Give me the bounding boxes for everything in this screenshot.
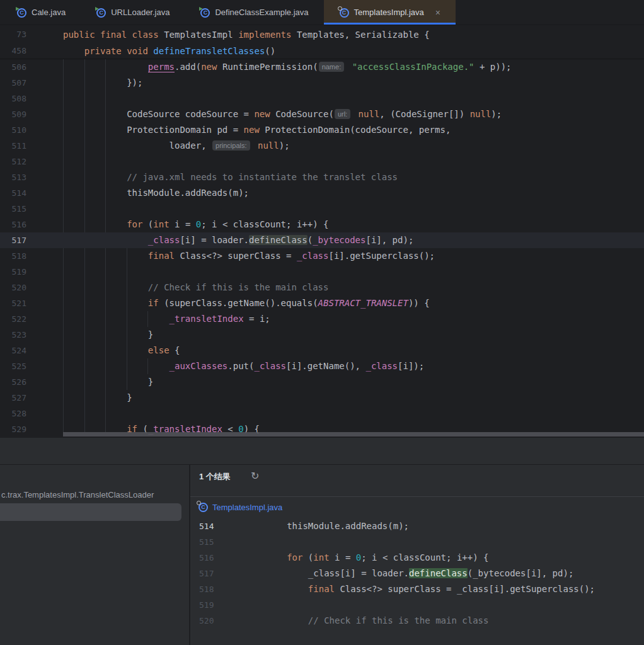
code-line[interactable]: 527 } xyxy=(0,390,644,406)
code-line[interactable]: 522 _transletIndex = i; xyxy=(0,311,644,327)
code-line[interactable]: 525 _auxClasses.put(_class[i].getName(),… xyxy=(0,358,644,374)
line-number[interactable]: 523 xyxy=(0,327,35,343)
line-number[interactable]: 517 xyxy=(190,566,223,581)
line-number[interactable]: 509 xyxy=(0,106,35,122)
close-tab-icon[interactable]: × xyxy=(435,8,440,17)
code-line[interactable]: 509 CodeSource codeSource = new CodeSour… xyxy=(0,106,644,122)
code-text: } xyxy=(35,327,153,343)
tab-label: URLLoader.java xyxy=(111,8,170,17)
line-number[interactable]: 527 xyxy=(0,390,35,406)
code-line[interactable]: 521 if (superClass.getName().equals(ABST… xyxy=(0,295,644,311)
line-number[interactable]: 508 xyxy=(0,91,35,106)
line-number[interactable]: 515 xyxy=(0,201,35,217)
tab-label: DefineClassExample.java xyxy=(215,8,308,17)
code-line[interactable]: 520 // Check if this is the main class xyxy=(0,280,644,295)
code-text: } xyxy=(35,390,132,406)
line-number[interactable]: 515 xyxy=(190,534,223,550)
line-number[interactable]: 516 xyxy=(0,217,35,232)
code-line[interactable]: 506 perms.add(new RuntimePermission(name… xyxy=(0,59,644,75)
line-number[interactable]: 520 xyxy=(0,280,35,295)
code-line[interactable]: 528 xyxy=(0,406,644,421)
line-number[interactable]: 514 xyxy=(0,185,35,201)
java-class-icon: C xyxy=(200,8,210,18)
code-text: _class[i] = loader.defineClass(_bytecode… xyxy=(223,566,573,581)
code-line[interactable]: 517 _class[i] = loader.defineClass(_byte… xyxy=(190,566,644,581)
line-number[interactable]: 524 xyxy=(0,343,35,358)
code-editor[interactable]: 506 perms.add(new RuntimePermission(name… xyxy=(0,59,644,438)
sticky-lines-panel: 73public final class TemplatesImpl imple… xyxy=(0,25,644,59)
editor-tab[interactable]: CTemplatesImpl.java× xyxy=(324,0,456,25)
header-divider xyxy=(190,496,644,497)
editor-tab[interactable]: CURLLoader.java xyxy=(81,0,185,25)
code-line[interactable]: 515 xyxy=(0,201,644,217)
code-text: public final class TemplatesImpl impleme… xyxy=(35,26,430,43)
usage-group-label[interactable]: c.trax.TemplatesImpl.TransletClassLoader xyxy=(1,490,154,499)
code-text: CodeSource codeSource = new CodeSource(u… xyxy=(35,106,502,122)
line-number[interactable]: 529 xyxy=(0,421,35,437)
code-line[interactable]: 523 } xyxy=(0,327,644,343)
line-number[interactable]: 526 xyxy=(0,374,35,390)
line-number[interactable]: 506 xyxy=(0,59,35,75)
code-text: for (int i = 0; i < classCount; i++) { xyxy=(35,217,328,232)
java-class-icon: C xyxy=(16,8,26,18)
code-line[interactable]: 520 // Check if this is the main class xyxy=(190,613,644,629)
code-text: } xyxy=(35,374,153,390)
result-file-name[interactable]: TemplatesImpl.java xyxy=(212,503,282,512)
line-number[interactable]: 520 xyxy=(190,613,223,629)
line-number[interactable]: 517 xyxy=(0,232,35,248)
panel-top-border xyxy=(0,464,644,465)
code-line[interactable]: 515 xyxy=(190,534,644,550)
line-number[interactable]: 73 xyxy=(0,26,35,43)
line-number[interactable]: 507 xyxy=(0,75,35,91)
line-number[interactable]: 528 xyxy=(0,406,35,421)
code-line[interactable]: 513 // java.xml needs to instantiate the… xyxy=(0,169,644,185)
editor-tab[interactable]: CCale.java xyxy=(1,0,81,25)
tab-label: Cale.java xyxy=(32,8,66,17)
code-line[interactable]: 518 final Class<?> superClass = _class[i… xyxy=(0,248,644,264)
line-number[interactable]: 525 xyxy=(0,358,35,374)
line-number[interactable]: 522 xyxy=(0,311,35,327)
code-line[interactable]: 516 for (int i = 0; i < classCount; i++)… xyxy=(190,550,644,566)
code-line[interactable]: 524 else { xyxy=(0,343,644,358)
code-line[interactable]: 507 }); xyxy=(0,75,644,91)
line-number[interactable]: 518 xyxy=(0,248,35,264)
line-number[interactable]: 519 xyxy=(0,264,35,280)
code-line[interactable]: 518 final Class<?> superClass = _class[i… xyxy=(190,581,644,597)
selected-usage-row[interactable] xyxy=(0,503,181,521)
line-number[interactable]: 516 xyxy=(190,550,223,566)
code-line[interactable]: 517 _class[i] = loader.defineClass(_byte… xyxy=(0,232,644,248)
code-line[interactable]: 514 thisModule.addReads(m); xyxy=(190,518,644,534)
code-line[interactable]: 519 xyxy=(190,597,644,613)
code-line[interactable]: 519 xyxy=(0,264,644,280)
code-line[interactable]: 516 for (int i = 0; i < classCount; i++)… xyxy=(0,217,644,232)
code-text: // Check if this is the main class xyxy=(35,280,328,295)
code-line[interactable]: 511 loader, principals: null); xyxy=(0,138,644,154)
code-line[interactable]: 526 } xyxy=(0,374,644,390)
editor-tab[interactable]: CDefineClassExample.java xyxy=(185,0,323,25)
code-text: final Class<?> superClass = _class[i].ge… xyxy=(35,248,435,264)
code-line[interactable]: 512 xyxy=(0,154,644,169)
line-number[interactable]: 521 xyxy=(0,295,35,311)
line-number[interactable]: 514 xyxy=(190,518,223,534)
refresh-icon[interactable]: ↻ xyxy=(251,470,259,482)
line-number[interactable]: 519 xyxy=(190,597,223,613)
code-text: perms.add(new RuntimePermission(name: "a… xyxy=(35,59,512,75)
line-number[interactable]: 513 xyxy=(0,169,35,185)
line-number[interactable]: 510 xyxy=(0,122,35,138)
code-text: // Check if this is the main class xyxy=(223,613,488,629)
line-number[interactable]: 511 xyxy=(0,138,35,154)
code-line[interactable]: 458 private void defineTransletClasses() xyxy=(0,43,644,59)
code-line[interactable]: 508 xyxy=(0,91,644,106)
line-number[interactable]: 458 xyxy=(0,43,35,59)
code-line[interactable]: 73public final class TemplatesImpl imple… xyxy=(0,26,644,43)
horizontal-scrollbar[interactable] xyxy=(63,432,644,437)
line-number[interactable]: 518 xyxy=(190,581,223,597)
line-number[interactable]: 512 xyxy=(0,154,35,169)
code-line[interactable]: 514 thisModule.addReads(m); xyxy=(0,185,644,201)
result-file-row[interactable]: C TemplatesImpl.java xyxy=(198,502,282,512)
java-class-icon: C xyxy=(96,8,106,18)
java-class-icon: C xyxy=(198,502,208,512)
code-text: for (int i = 0; i < classCount; i++) { xyxy=(223,550,488,566)
code-line[interactable]: 510 ProtectionDomain pd = new Protection… xyxy=(0,122,644,138)
code-text: thisModule.addReads(m); xyxy=(35,185,249,201)
